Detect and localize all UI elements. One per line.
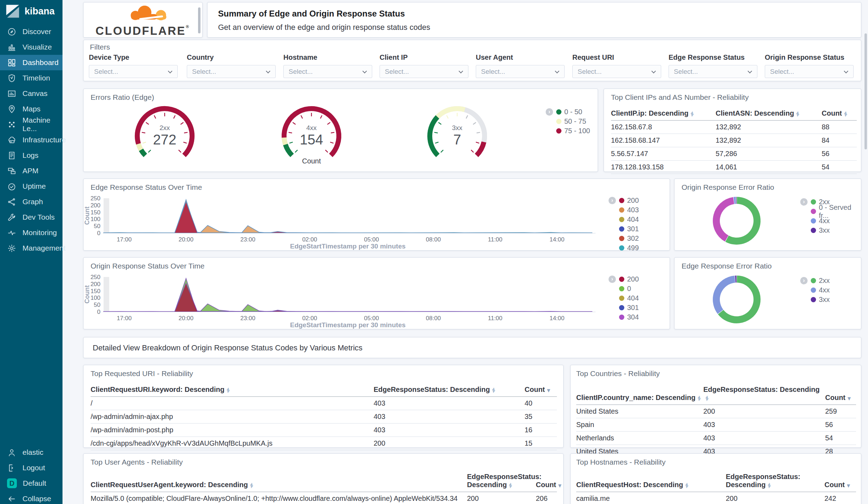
sort-icon[interactable]: ▲▼ — [768, 483, 770, 488]
column-header[interactable]: Count▼ — [825, 383, 856, 405]
sort-icon[interactable]: ▲▼ — [705, 395, 708, 401]
column-header[interactable]: Count▼ — [824, 471, 856, 492]
legend-expand-icon[interactable]: › — [609, 197, 616, 204]
legend-item[interactable]: 404 — [609, 293, 639, 303]
sidebar-item-logs[interactable]: Logs — [0, 148, 63, 163]
hostnames-panel: Top Hostnames - Reliability ClientReques… — [570, 453, 861, 504]
legend-item[interactable]: 3xx — [800, 295, 830, 304]
column-header[interactable]: ClientRequestURI.keyword: Descending▲▼ — [91, 383, 374, 397]
column-header[interactable]: ClientASN: Descending▲▼ — [716, 107, 822, 121]
sidebar-item-uptime[interactable]: Uptime — [0, 179, 63, 194]
origin-area-chart[interactable]: 05010015020025017:0020:0023:0002:0005:00… — [84, 258, 670, 330]
sort-icon[interactable]: ▲▼ — [691, 111, 693, 117]
sidebar-item-maps[interactable]: Maps — [0, 101, 63, 117]
sidebar-item-graph[interactable]: Graph — [0, 194, 63, 209]
svg-text:100: 100 — [91, 216, 100, 222]
sort-icon[interactable]: ▲▼ — [698, 395, 701, 401]
legend-item[interactable]: 499 — [609, 243, 639, 253]
legend-item[interactable]: 0 - Served fr... — [800, 207, 861, 216]
origin-ratio-donut[interactable] — [710, 194, 763, 247]
legend-item[interactable]: ›200 — [609, 274, 639, 284]
table-row: /wp-admin/admin-ajax.php40335 — [91, 410, 557, 424]
edge-ratio-donut[interactable] — [710, 273, 763, 326]
legend-expand-icon[interactable]: › — [800, 198, 808, 206]
page-scrollbar[interactable] — [864, 33, 867, 149]
column-header[interactable]: ClientRequestUserAgent.keyword: Descendi… — [91, 471, 467, 492]
legend-expand-icon[interactable]: › — [800, 277, 808, 284]
sort-desc-icon[interactable]: ▼ — [547, 388, 550, 393]
svg-text:200: 200 — [91, 202, 100, 209]
panel-scrollbar[interactable] — [198, 7, 200, 33]
filter-label: Client IP — [380, 53, 469, 62]
filter-select[interactable]: Select... — [283, 65, 372, 78]
filter-select[interactable]: Select... — [187, 65, 276, 78]
sort-icon[interactable]: ▲▼ — [250, 483, 253, 488]
kibana-brand[interactable]: kibana — [0, 0, 63, 22]
sidebar-item-infrastructure[interactable]: Infrastructure — [0, 132, 63, 148]
column-header[interactable]: Count▲▼ — [822, 107, 857, 121]
sort-icon[interactable]: ▲▼ — [796, 111, 799, 117]
sidebar-item-machine-le[interactable]: Machine Le... — [0, 117, 63, 132]
sort-desc-icon[interactable]: ▼ — [848, 396, 851, 401]
sidebar-item-discover[interactable]: Discover — [0, 24, 63, 39]
column-header[interactable]: EdgeResponseStatus: Descending▲▼ — [374, 383, 525, 397]
sort-icon[interactable]: ▲▼ — [844, 111, 847, 117]
gauge-label: 3xx — [422, 124, 492, 132]
sort-icon[interactable]: ▲▼ — [685, 483, 688, 488]
sidebar-footer-logout[interactable]: Logout — [0, 460, 63, 476]
sidebar-footer-default[interactable]: DDefault — [0, 476, 63, 491]
legend-item[interactable]: 302 — [609, 234, 639, 243]
legend-expand-icon[interactable]: › — [609, 276, 616, 283]
filter-label: User Agent — [476, 53, 565, 62]
edge-area-chart[interactable]: 05010015020025017:0020:0023:0002:0005:00… — [84, 179, 670, 251]
legend-item[interactable]: 50 - 75 — [546, 117, 590, 126]
legend-expand-icon[interactable]: › — [546, 108, 553, 116]
legend-item[interactable]: 403 — [609, 205, 639, 215]
sort-icon[interactable]: ▲▼ — [226, 387, 229, 393]
column-header[interactable]: EdgeResponseStatus: Descending▲▼ — [703, 383, 825, 405]
legend-item[interactable]: 75 - 100 — [546, 126, 590, 136]
sidebar-item-dashboard[interactable]: Dashboard — [0, 55, 63, 70]
filter-select[interactable]: Select... — [765, 65, 854, 78]
origin-chart-legend: ›200 0 404 301 304 — [609, 274, 639, 322]
sort-icon[interactable]: ▲▼ — [492, 387, 495, 393]
filter-select[interactable]: Select... — [380, 65, 468, 78]
legend-item[interactable]: 3xx — [800, 226, 861, 235]
legend-item[interactable]: ›0 - 50 — [546, 107, 590, 117]
sort-desc-icon[interactable]: ▼ — [847, 483, 850, 488]
sidebar-item-visualize[interactable]: Visualize — [0, 39, 63, 55]
column-header[interactable]: EdgeResponseStatus: Descending▲▼ — [726, 471, 824, 492]
origin-status-over-time-panel: Origin Response Status Over Time 0501001… — [83, 257, 670, 329]
column-header[interactable]: ClientRequestHost: Descending▲▼ — [576, 471, 726, 492]
legend-item[interactable]: 404 — [609, 215, 639, 224]
sort-icon[interactable]: ▲▼ — [509, 483, 512, 488]
filter-select[interactable]: Select... — [476, 65, 565, 78]
column-header[interactable]: ClientIP.country_name: Descending▲▼ — [576, 383, 703, 405]
legend-item[interactable]: 304 — [609, 312, 639, 322]
markdown-panel: Detailed View Breakdown of Origin Respon… — [83, 337, 861, 358]
legend-item[interactable]: ›2xx — [800, 276, 830, 285]
sidebar-item-management[interactable]: Management — [0, 240, 63, 256]
gear-icon — [7, 244, 17, 253]
apm-icon — [7, 166, 17, 176]
filter-select[interactable]: Select... — [669, 65, 757, 78]
legend-item[interactable]: 301 — [609, 303, 639, 312]
sidebar-item-apm[interactable]: APM — [0, 163, 63, 179]
column-header[interactable]: Count▼ — [525, 383, 557, 397]
legend-item[interactable]: 0 — [609, 284, 639, 293]
sidebar-item-timelion[interactable]: Timelion — [0, 70, 63, 86]
sidebar-item-dev-tools[interactable]: Dev Tools — [0, 209, 63, 225]
legend-item[interactable]: ›200 — [609, 196, 639, 205]
sidebar-item-canvas[interactable]: Canvas — [0, 86, 63, 101]
sidebar-item-monitoring[interactable]: Monitoring — [0, 225, 63, 240]
legend-item[interactable]: 4xx — [800, 285, 830, 295]
column-header[interactable]: ClientIP.ip: Descending▲▼ — [611, 107, 716, 121]
sidebar-footer-collapse[interactable]: Collapse — [0, 491, 63, 504]
legend-item[interactable]: 301 — [609, 224, 639, 234]
filter-select[interactable]: Select... — [572, 65, 661, 78]
filter-select[interactable]: Select... — [89, 65, 178, 78]
sort-desc-icon[interactable]: ▼ — [558, 483, 561, 488]
column-header[interactable]: EdgeResponseStatus: Descending▲▼ — [467, 471, 536, 492]
chevron-down-icon — [459, 69, 463, 73]
sidebar-footer-elastic[interactable]: elastic — [0, 445, 63, 460]
